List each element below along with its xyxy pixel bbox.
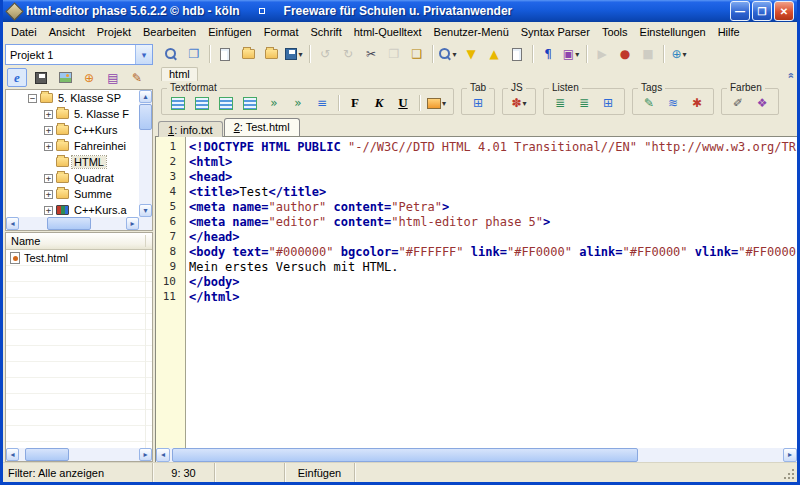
collapse-toolbar-button[interactable]: » (784, 72, 795, 78)
close-button[interactable]: ✕ (774, 1, 794, 21)
scroll-up-arrow[interactable]: ▴ (139, 90, 152, 103)
cut-button[interactable]: ✂ (360, 44, 382, 64)
titlebar[interactable]: html-editor phase 5.6.2.2 © hdb - köln F… (3, 0, 797, 22)
bold-button[interactable]: F (344, 93, 366, 113)
scroll-thumb[interactable] (47, 217, 91, 230)
scroll-track[interactable] (170, 448, 783, 462)
menu-syntax-parser[interactable]: Syntax Parser (515, 24, 596, 40)
outdent-button[interactable]: » (287, 93, 309, 113)
reopen-file-button[interactable] (260, 44, 282, 64)
menu-hilfe[interactable]: Hilfe (712, 24, 746, 40)
tree-item-summe[interactable]: +Summe (6, 186, 139, 202)
menu-format[interactable]: Format (258, 24, 305, 40)
italic-button[interactable]: K (368, 93, 390, 113)
maximize-button[interactable]: ❐ (752, 1, 772, 21)
save-project-button[interactable] (31, 68, 51, 87)
expand-icon[interactable]: + (44, 142, 53, 151)
new-tag-button[interactable]: ✱ (686, 93, 708, 113)
column-header-name[interactable]: Name (11, 235, 40, 247)
file-list-header[interactable]: Name (6, 233, 152, 250)
scroll-track[interactable] (19, 217, 126, 230)
align-center-button[interactable] (191, 93, 213, 113)
align-left-button[interactable] (167, 93, 189, 113)
code-line[interactable]: 1<!DOCTYPE HTML PUBLIC "-//W3C//DTD HTML… (156, 140, 797, 155)
minimize-button[interactable]: — (730, 1, 750, 21)
project-list-button[interactable]: ▤ (103, 68, 123, 87)
scroll-thumb[interactable] (25, 448, 69, 461)
bullet-list-button[interactable]: ≣ (549, 93, 571, 113)
palette-button[interactable]: ❖ (751, 93, 773, 113)
chevron-down-icon[interactable]: ▾ (135, 45, 152, 64)
browser-preview-button[interactable] (506, 44, 528, 64)
code-line[interactable]: 4<title>Test</title> (156, 185, 797, 200)
menu-tools[interactable]: Tools (596, 24, 634, 40)
edit-tag-button[interactable]: ✎ (638, 93, 660, 113)
menu-einf-gen[interactable]: Einfügen (202, 24, 257, 40)
dropdown-arrow-icon[interactable]: ▾ (523, 99, 527, 108)
forms-button[interactable]: ▣▾ (560, 44, 582, 64)
indent-button[interactable]: » (263, 93, 285, 113)
scroll-track[interactable] (19, 448, 139, 461)
dropdown-arrow-icon[interactable]: ▾ (442, 99, 446, 108)
table-wizard-button[interactable]: ⊞ (467, 93, 489, 113)
editor-hscrollbar[interactable]: ◂ ▸ (155, 448, 797, 462)
tree-item-c-kurs-a[interactable]: +C++Kurs.a (6, 202, 139, 217)
tree-item-fahreinhei[interactable]: +Fahreinhei (6, 138, 139, 154)
expand-icon[interactable]: + (44, 190, 53, 199)
scroll-thumb[interactable] (172, 448, 638, 462)
dropdown-arrow-icon[interactable]: ▾ (452, 50, 456, 59)
project-combobox[interactable]: Projekt 1 ▾ (5, 44, 153, 65)
tab-2-test-html[interactable]: 2: Test.html (224, 118, 300, 136)
tree-item-html[interactable]: HTML (6, 154, 139, 170)
code-line[interactable]: 9Mein erstes Versuch mit HTML. (156, 260, 797, 275)
menu-html-quelltext[interactable]: html-Quelltext (348, 24, 428, 40)
code-line[interactable]: 2<html> (156, 155, 797, 170)
open-file-button[interactable] (237, 44, 259, 64)
underline-button[interactable]: U (392, 93, 414, 113)
numbered-list-button[interactable]: ≣ (573, 93, 595, 113)
add-project-button[interactable]: ⊕ (79, 68, 99, 87)
table-button[interactable]: ⊞ (597, 93, 619, 113)
tree-item-5-klasse-f[interactable]: +5. Klasse F (6, 106, 139, 122)
scroll-left-arrow[interactable]: ◂ (6, 217, 19, 230)
tree-item-5-klasse-sp[interactable]: −5. Klasse SP (6, 90, 139, 106)
tab-1-info-txt[interactable]: 1: info.txt (158, 121, 223, 137)
resize-grip[interactable] (784, 469, 794, 479)
expand-icon[interactable]: + (44, 126, 53, 135)
scroll-right-arrow[interactable]: ▸ (139, 448, 152, 461)
tree-hscrollbar[interactable]: ◂ ▸ (6, 217, 139, 230)
id-down-button[interactable]: ▼ (460, 44, 482, 64)
align-justify-button[interactable] (239, 93, 261, 113)
font-color-button[interactable]: ▾ (425, 93, 448, 113)
internal-browser-button[interactable]: e (7, 68, 27, 87)
menu-einstellungen[interactable]: Einstellungen (634, 24, 712, 40)
save-button[interactable]: ▾ (283, 44, 305, 64)
code-line[interactable]: 5<meta name="author" content="Petra"> (156, 200, 797, 215)
expand-icon[interactable]: + (44, 110, 53, 119)
expand-icon[interactable]: + (44, 206, 53, 215)
tree-item-quadrat[interactable]: +Quadrat (6, 170, 139, 186)
windows-button[interactable]: ❐ (183, 44, 205, 64)
search-button[interactable]: ▾ (437, 44, 459, 64)
menu-benutzer-men[interactable]: Benutzer-Menü (428, 24, 515, 40)
code-line[interactable]: 3<head> (156, 170, 797, 185)
tree-item-c-kurs[interactable]: +C++Kurs (6, 122, 139, 138)
macro-record-button[interactable]: ● (614, 44, 636, 64)
menu-datei[interactable]: Datei (5, 24, 43, 40)
code-editor[interactable]: 1<!DOCTYPE HTML PUBLIC "-//W3C//DTD HTML… (155, 136, 797, 448)
new-file-button[interactable] (214, 44, 236, 64)
dropdown-arrow-icon[interactable]: ▾ (575, 50, 579, 59)
scroll-left-arrow[interactable]: ◂ (156, 448, 170, 462)
paragraph-button[interactable]: ≡ (311, 93, 333, 113)
file-item-test-html[interactable]: Test.html (6, 250, 152, 266)
menu-bearbeiten[interactable]: Bearbeiten (137, 24, 202, 40)
dropdown-arrow-icon[interactable]: ▾ (298, 50, 302, 59)
filelist-hscrollbar[interactable]: ◂ ▸ (6, 448, 152, 461)
collapse-icon[interactable]: − (28, 94, 37, 103)
scroll-right-arrow[interactable]: ▸ (126, 217, 139, 230)
code-line[interactable]: 7</head> (156, 230, 797, 245)
tree-vscrollbar[interactable]: ▴ ▾ (139, 90, 152, 217)
scroll-left-arrow[interactable]: ◂ (6, 448, 19, 461)
align-right-button[interactable] (215, 93, 237, 113)
id-up-button[interactable]: ▲ (483, 44, 505, 64)
